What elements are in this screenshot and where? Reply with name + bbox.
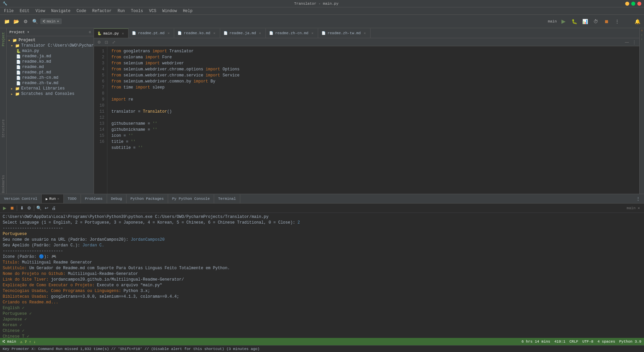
profile-button[interactable]: ⏱ xyxy=(592,17,600,25)
run-scroll-button[interactable]: ⬇ xyxy=(18,205,25,212)
status-vcs[interactable]: ⑆ main xyxy=(3,340,16,344)
search-button[interactable]: 🔍 xyxy=(31,17,39,25)
tab-main-py[interactable]: 🐍 main.py ✕ xyxy=(94,28,129,38)
code-editor[interactable]: 12345 678910 1112131415 16 from googletr… xyxy=(94,46,639,194)
editor-settings-button[interactable]: ⋮ xyxy=(631,39,637,45)
tab-run[interactable]: ▶ Run ✕ xyxy=(42,194,63,203)
project-icon[interactable]: Project xyxy=(1,30,6,49)
project-view-button[interactable]: 📁 xyxy=(3,17,11,25)
status-indent[interactable]: 4 spaces xyxy=(597,340,615,344)
tab-readme-zhcn[interactable]: 📄 readme.zh-cn.md ✕ xyxy=(266,28,318,38)
tab-python-console[interactable]: Py Python Console xyxy=(168,194,214,203)
run-stop-button[interactable]: ⏹ xyxy=(9,205,15,212)
tab-readme-pt[interactable]: 📄 readme.pt.md ✕ xyxy=(129,28,174,38)
code-content[interactable]: from googletrans import Translator from … xyxy=(107,46,639,194)
notifications-button[interactable]: 🔔 xyxy=(633,17,641,25)
readme-zhtw-item[interactable]: 📄 readme.zh-tw.md xyxy=(7,80,94,86)
tab-debug[interactable]: Debug xyxy=(107,194,127,203)
status-python[interactable]: Python 3.9 xyxy=(619,340,641,344)
stop-button[interactable]: ⏹ xyxy=(602,17,610,25)
tab-readme-ja-close[interactable]: ✕ xyxy=(258,31,262,35)
term-portuguese-done: Portuguese ✓ xyxy=(3,311,641,317)
tab-readme-zhtw-close[interactable]: ✕ xyxy=(363,31,367,35)
readme-pt-label: readme.pt.md xyxy=(22,70,51,75)
main-py-label: main.py xyxy=(22,49,39,53)
readme-item[interactable]: 📄 readme.md xyxy=(7,64,94,70)
term-japonese: Japonese ✓ xyxy=(3,317,641,322)
branch-selector[interactable]: ⑆ main ▾ xyxy=(40,18,62,24)
readme-pt-item[interactable]: 📄 readme.pt.md xyxy=(7,70,94,75)
settings-button[interactable]: ⚙ xyxy=(21,17,30,25)
open-file-button[interactable]: 📂 xyxy=(12,17,20,25)
status-line-ending[interactable]: CRLF xyxy=(569,340,578,344)
run-rerun-button[interactable]: ▶ xyxy=(1,205,8,212)
more-actions-button[interactable]: ⋮ xyxy=(613,17,621,25)
maximize-button[interactable] xyxy=(631,2,635,6)
tab-readme-zhcn-icon: 📄 xyxy=(269,31,273,35)
run-button[interactable]: ▶ xyxy=(559,17,567,25)
status-encoding[interactable]: UTF-8 xyxy=(582,340,593,344)
bottom-panel-options-button[interactable]: ⋮ xyxy=(635,195,641,202)
debug-button[interactable]: 🐛 xyxy=(570,17,578,25)
window-title: Translator - main.py xyxy=(294,2,338,6)
bottom-tabs-left: Version Control ▶ Run ✕ TODO Problems De… xyxy=(0,194,240,203)
tab-readme-pt-close[interactable]: ✕ xyxy=(166,31,170,35)
editor-split-button[interactable]: ⊡ xyxy=(103,39,109,45)
tab-run-close[interactable]: ✕ xyxy=(57,197,59,201)
readme-ko-item[interactable]: 📄 readme.ko.md xyxy=(7,59,94,64)
tab-readme-ko-close[interactable]: ✕ xyxy=(212,31,216,35)
menu-refactor[interactable]: Refactor xyxy=(90,8,114,14)
title-bar-right[interactable] xyxy=(625,2,641,6)
editor-expand-button[interactable]: ⤢ xyxy=(111,39,117,45)
menu-help[interactable]: Help xyxy=(180,8,195,14)
menu-file[interactable]: File xyxy=(1,8,16,14)
scratches-consoles-item[interactable]: ▸ 📁 Scratches and Consoles xyxy=(7,91,94,97)
menu-code[interactable]: Code xyxy=(74,8,89,14)
menu-vcs[interactable]: VCS xyxy=(146,8,159,14)
tab-readme-zhtw[interactable]: 📄 readme.zh-tw.md ✕ xyxy=(318,28,370,38)
tab-readme-ja[interactable]: 📄 readme.ja.md ✕ xyxy=(220,28,266,38)
tab-problems[interactable]: Problems xyxy=(81,194,107,203)
readme-ja-item[interactable]: 📄 readme.ja.md xyxy=(7,54,94,59)
external-libraries-item[interactable]: ▸ 📁 External Libraries xyxy=(7,86,94,91)
main-py-item[interactable]: 🐍 main.py xyxy=(7,48,94,54)
minimize-button[interactable] xyxy=(625,2,629,6)
editor-collapse-button[interactable]: — xyxy=(624,39,630,45)
project-root-item[interactable]: ▾ 📁 Project xyxy=(7,38,94,43)
terminal-content[interactable]: C:\Users\OWO\AppData\Local\Programs\Pyth… xyxy=(0,213,644,338)
term-subtitulo: Subtitulo: Um Gerador de Readme.md com S… xyxy=(3,266,641,271)
up-arrow-indicator: ↑ xyxy=(641,34,643,37)
tab-version-control[interactable]: Version Control xyxy=(0,194,42,203)
external-libraries-label: External Libraries xyxy=(21,86,65,91)
run-print-button[interactable]: 🖨 xyxy=(50,205,57,212)
status-warnings[interactable]: ⚠ 7 ↑ ↓ xyxy=(20,340,36,344)
menu-edit[interactable]: Edit xyxy=(17,8,32,14)
coverage-button[interactable]: 📊 xyxy=(581,17,589,25)
run-filter-button[interactable]: 🔍 xyxy=(36,205,42,212)
tab-readme-ko[interactable]: 📄 readme.ko.md ✕ xyxy=(174,28,220,38)
run-settings-button[interactable]: ⚙ xyxy=(26,205,33,212)
tab-python-packages[interactable]: Python Packages xyxy=(127,194,168,203)
translator-folder-item[interactable]: ▾ 📁 Translator C:\Users\OWO\PycharmProje… xyxy=(7,43,94,48)
close-button[interactable] xyxy=(637,2,641,6)
tab-todo[interactable]: TODO xyxy=(64,194,81,203)
editor-run-button[interactable]: ⚙ xyxy=(96,39,102,45)
menu-window[interactable]: Window xyxy=(160,8,180,14)
menu-run[interactable]: Run xyxy=(115,8,128,14)
tab-readme-zhcn-close[interactable]: ✕ xyxy=(310,31,314,35)
tab-main-py-close[interactable]: ✕ xyxy=(121,32,125,36)
menu-navigate[interactable]: Navigate xyxy=(48,8,73,14)
readme-zhcn-item[interactable]: 📄 readme.zh-cn.md xyxy=(7,75,94,80)
tab-terminal[interactable]: Terminal xyxy=(214,194,240,203)
menu-view[interactable]: View xyxy=(33,8,48,14)
tab-python-packages-label: Python Packages xyxy=(131,197,164,201)
status-position[interactable]: 419:1 xyxy=(554,340,565,344)
bookmarks-icon[interactable]: Bookmarks xyxy=(1,174,6,194)
translator-folder-icon: ▾ 📁 xyxy=(11,44,20,48)
status-bar: ⑆ main ⚠ 7 ↑ ↓ 6 hrs 14 mins 419:1 CRLF … xyxy=(0,338,644,345)
project-panel-gear[interactable]: ⚙ xyxy=(89,30,91,34)
menu-tools[interactable]: Tools xyxy=(128,8,146,14)
term-username: Seu nome de usuário na URL (Padrão: Jord… xyxy=(3,237,641,243)
structure-icon[interactable]: Structure xyxy=(1,119,6,138)
run-soft-wrap-button[interactable]: ↩ xyxy=(43,205,50,212)
